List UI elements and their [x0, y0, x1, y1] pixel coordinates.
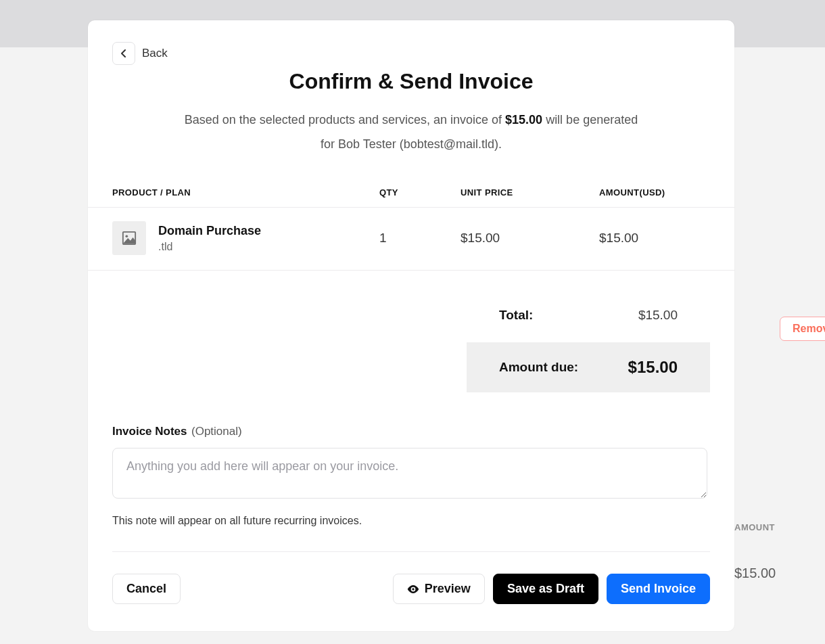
image-placeholder-icon [122, 231, 137, 246]
back-label: Back [142, 47, 168, 60]
line-item-row: Domain Purchase .tld 1 $15.00 $15.00 [88, 207, 734, 271]
bg-remove-button[interactable]: Remove [780, 317, 825, 341]
modal-subtitle: Based on the selected products and servi… [181, 108, 641, 156]
invoice-notes-optional: (Optional) [191, 425, 242, 438]
amount-due-row: Amount due: $15.00 [467, 342, 710, 392]
header-qty: QTY [379, 187, 461, 198]
amount-due-value: $15.00 [628, 358, 678, 377]
line-unit-price: $15.00 [461, 231, 599, 246]
product-name: Domain Purchase [158, 224, 261, 238]
chevron-left-icon [121, 49, 126, 58]
save-draft-button[interactable]: Save as Draft [493, 574, 598, 604]
bg-amount-value: $15.00 [734, 566, 776, 581]
modal-title: Confirm & Send Invoice [112, 69, 710, 94]
line-qty: 1 [379, 231, 461, 246]
modal-footer: Cancel Preview Save as Draft Send Invoic… [88, 552, 734, 604]
header-product: PRODUCT / PLAN [112, 187, 379, 198]
amount-due-label: Amount due: [499, 360, 578, 375]
total-label: Total: [499, 308, 533, 323]
invoice-notes-hint: This note will appear on all future recu… [112, 515, 710, 527]
svg-point-1 [126, 235, 128, 237]
subtitle-post: . [498, 137, 502, 151]
bg-amount-header: AMOUNT [734, 522, 775, 532]
send-invoice-button[interactable]: Send Invoice [607, 574, 710, 604]
preview-button-label: Preview [425, 582, 471, 596]
header-amount: AMOUNT(USD) [599, 187, 710, 198]
invoice-notes-textarea[interactable] [112, 448, 707, 499]
subtitle-pre: Based on the selected products and servi… [185, 113, 505, 127]
cancel-button[interactable]: Cancel [112, 574, 181, 604]
total-row: Total: $15.00 [467, 303, 710, 327]
total-value: $15.00 [638, 308, 678, 323]
line-items-header: PRODUCT / PLAN QTY UNIT PRICE AMOUNT(USD… [88, 187, 734, 207]
product-thumbnail-placeholder [112, 221, 146, 255]
invoice-notes-label: Invoice Notes [112, 425, 187, 438]
eye-icon [407, 584, 419, 594]
confirm-send-invoice-modal: Back Confirm & Send Invoice Based on the… [88, 20, 734, 631]
line-amount: $15.00 [599, 231, 710, 246]
totals-block: Total: $15.00 Amount due: $15.00 [467, 303, 710, 392]
product-subtext: .tld [158, 241, 261, 253]
svg-point-2 [412, 588, 414, 590]
subtitle-name: Bob Tester (bobtest@mail.tld) [338, 137, 498, 151]
header-unit-price: UNIT PRICE [461, 187, 599, 198]
back-button[interactable] [112, 42, 135, 65]
subtitle-amount: $15.00 [505, 113, 542, 127]
preview-button[interactable]: Preview [393, 574, 485, 604]
